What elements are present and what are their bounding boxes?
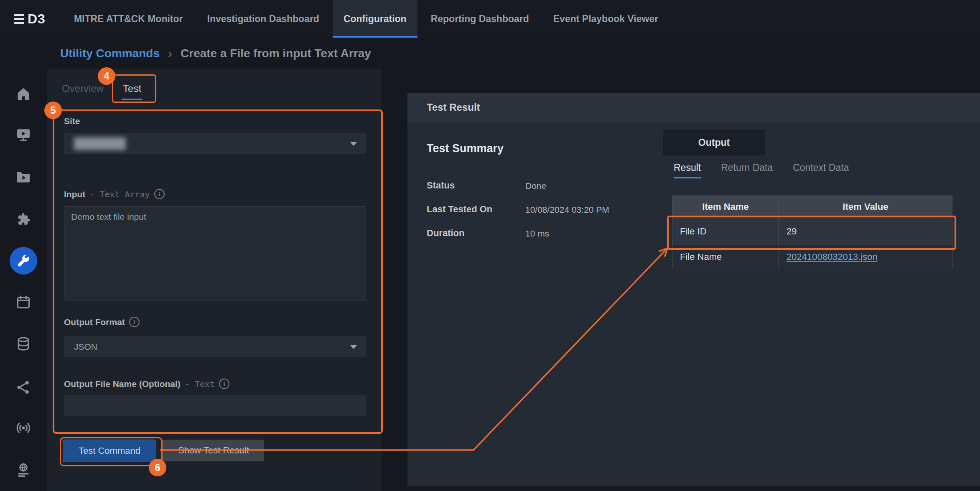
d3-logo[interactable]: D3 bbox=[0, 0, 63, 38]
col-item-value: Item Value bbox=[779, 196, 952, 218]
file-name-link[interactable]: 20241008032013.json bbox=[787, 252, 878, 262]
subtab-result[interactable]: Result bbox=[674, 162, 701, 178]
broadcast-icon[interactable] bbox=[0, 420, 47, 436]
site-selected-value-redacted bbox=[74, 137, 126, 150]
nav-event-playbook-viewer[interactable]: Event Playbook Viewer bbox=[542, 0, 669, 38]
last-tested-on-label: Last Tested On bbox=[427, 204, 492, 215]
nav-investigation-dashboard[interactable]: Investigation Dashboard bbox=[196, 0, 330, 38]
duration-value: 10 ms bbox=[525, 229, 549, 239]
breadcrumb-separator-icon: › bbox=[168, 46, 172, 61]
duration-label: Duration bbox=[427, 228, 464, 239]
top-nav-items: MITRE ATT&CK Monitor Investigation Dashb… bbox=[63, 0, 669, 38]
info-icon[interactable] bbox=[154, 189, 165, 199]
subtab-return-data[interactable]: Return Data bbox=[721, 162, 773, 178]
top-nav-bar: D3 MITRE ATT&CK Monitor Investigation Da… bbox=[0, 0, 980, 38]
file-id-name-cell: File ID bbox=[672, 218, 779, 245]
output-format-label: Output Format bbox=[64, 317, 140, 327]
home-icon[interactable] bbox=[0, 86, 47, 102]
file-name-value-cell: 20241008032013.json bbox=[779, 245, 952, 269]
table-row-file-name: File Name 20241008032013.json bbox=[672, 245, 952, 269]
nav-configuration[interactable]: Configuration bbox=[333, 0, 417, 38]
monitor-play-icon[interactable] bbox=[0, 127, 47, 142]
app-screen: D3 MITRE ATT&CK Monitor Investigation Da… bbox=[0, 0, 980, 491]
subtab-context-data[interactable]: Context Data bbox=[793, 162, 849, 178]
output-format-select[interactable]: JSON bbox=[64, 336, 366, 357]
result-table: Item Name Item Value File ID 29 File Nam… bbox=[672, 196, 952, 269]
input-label: Input - Text Array bbox=[64, 189, 165, 199]
tab-output[interactable]: Output bbox=[663, 130, 765, 155]
breadcrumb: Utility Commands › Create a File from in… bbox=[47, 38, 371, 69]
globe-audit-icon[interactable] bbox=[0, 462, 47, 478]
sidebar-rail bbox=[0, 38, 47, 491]
site-select[interactable] bbox=[64, 133, 366, 154]
site-label: Site bbox=[64, 116, 80, 126]
d3-logo-text: D3 bbox=[28, 11, 46, 27]
output-file-type-hint: - Text bbox=[185, 379, 215, 389]
page-title: Create a File from input Text Array bbox=[181, 47, 371, 60]
test-summary-title: Test Summary bbox=[427, 142, 504, 155]
command-config-panel: Overview Test Site Input - Text Array De… bbox=[47, 69, 382, 491]
chevron-down-icon bbox=[350, 345, 357, 349]
breadcrumb-utility-commands[interactable]: Utility Commands bbox=[60, 47, 160, 60]
folder-play-icon[interactable] bbox=[0, 169, 47, 185]
status-label: Status bbox=[427, 180, 455, 191]
annotation-callout-5: 5 bbox=[44, 102, 62, 119]
form-buttons: Test Command Show Test Result bbox=[63, 440, 264, 462]
calendar-icon[interactable] bbox=[0, 294, 47, 310]
nav-reporting-dashboard[interactable]: Reporting Dashboard bbox=[420, 0, 540, 38]
info-icon[interactable] bbox=[129, 317, 140, 327]
output-file-name-label: Output File Name (Optional) - Text bbox=[64, 379, 229, 389]
file-name-name-cell: File Name bbox=[672, 245, 779, 269]
input-type-hint: - Text Array bbox=[89, 189, 150, 199]
col-item-name: Item Name bbox=[672, 196, 779, 218]
database-icon[interactable] bbox=[0, 336, 47, 352]
table-row-file-id: File ID 29 bbox=[672, 218, 952, 245]
test-result-panel: Test Summary Status Done Last Tested On … bbox=[407, 122, 980, 486]
input-textarea[interactable]: Demo text file input bbox=[64, 206, 366, 300]
tab-overview[interactable]: Overview bbox=[61, 80, 104, 100]
show-test-result-button[interactable]: Show Test Result bbox=[163, 440, 264, 461]
share-nodes-icon[interactable] bbox=[0, 379, 47, 395]
nav-mitre-attck-monitor[interactable]: MITRE ATT&CK Monitor bbox=[63, 0, 194, 38]
info-icon[interactable] bbox=[219, 379, 229, 389]
output-sub-tabs: Result Return Data Context Data bbox=[674, 162, 849, 178]
puzzle-icon[interactable] bbox=[0, 211, 47, 227]
test-result-header: Test Result bbox=[407, 93, 980, 122]
tab-test[interactable]: Test bbox=[122, 80, 142, 100]
output-format-value: JSON bbox=[74, 342, 97, 352]
result-table-header-row: Item Name Item Value bbox=[672, 196, 952, 218]
annotation-callout-6: 6 bbox=[149, 459, 166, 476]
status-value: Done bbox=[525, 181, 546, 191]
file-id-value-cell: 29 bbox=[779, 218, 952, 245]
chevron-down-icon bbox=[350, 142, 357, 146]
d3-logo-bars-icon bbox=[14, 14, 24, 24]
output-file-name-input[interactable] bbox=[64, 395, 366, 416]
wrench-icon[interactable] bbox=[0, 253, 47, 269]
test-command-button[interactable]: Test Command bbox=[63, 440, 156, 462]
annotation-callout-4: 4 bbox=[98, 67, 115, 85]
last-tested-on-value: 10/08/2024 03:20 PM bbox=[525, 205, 609, 215]
